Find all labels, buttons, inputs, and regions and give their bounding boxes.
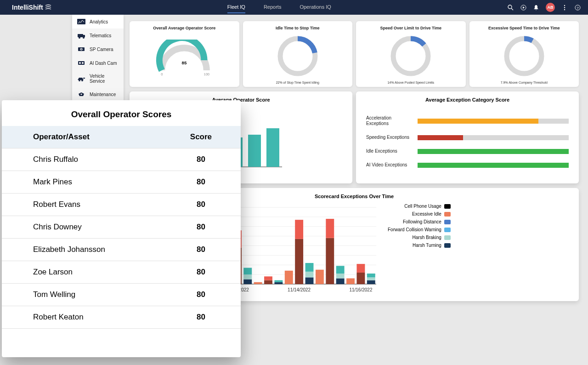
svg-point-0 — [508, 5, 512, 9]
table-row[interactable]: Chris Ruffalo80 — [2, 148, 241, 171]
table-row[interactable]: Mark Pines80 — [2, 171, 241, 194]
svg-rect-44 — [248, 135, 261, 167]
sidebar-icon — [77, 91, 86, 97]
exception-bar — [418, 149, 569, 154]
brand-logo: IntelliShift — [12, 4, 51, 11]
more-vertical-icon[interactable] — [561, 4, 568, 11]
svg-rect-95 — [336, 278, 345, 284]
sidebar-item-label: Maintenance — [90, 92, 116, 97]
exception-label: Speeding Exceptions — [366, 135, 412, 140]
exception-bar — [418, 163, 569, 168]
svg-line-1 — [511, 8, 513, 10]
svg-rect-45 — [266, 128, 279, 167]
gauge-footer: 14% Above Posted Speed Limits — [387, 81, 434, 84]
popup-title: Overall Operator Scores — [2, 100, 241, 126]
sidebar-item-telematics[interactable]: Telematics — [72, 29, 124, 42]
svg-text:100: 100 — [204, 72, 210, 76]
svg-rect-84 — [274, 282, 283, 284]
search-icon[interactable] — [507, 4, 514, 11]
chart-title: Average Exception Category Score — [362, 97, 573, 103]
sidebar-item-label: AI Dash Cam — [90, 61, 117, 66]
svg-rect-87 — [295, 239, 303, 284]
table-row[interactable]: Elizabeth Johansson80 — [2, 239, 241, 261]
sidebar-item-maintenance[interactable]: Maintenance — [72, 87, 124, 101]
svg-rect-99 — [356, 273, 365, 284]
bell-icon[interactable] — [533, 4, 539, 11]
table-row[interactable]: Chris Downey80 — [2, 216, 241, 239]
sidebar-item-sp-camera[interactable]: SP Camera — [72, 42, 124, 56]
svg-rect-89 — [305, 277, 314, 284]
top-navbar: IntelliShift Fleet IQ Reports Operations… — [0, 0, 588, 15]
gauge-card-3: Excessive Speed Time to Drive Time 7.9% … — [469, 21, 579, 87]
help-icon[interactable]: ? — [574, 4, 581, 11]
svg-rect-91 — [305, 263, 314, 272]
cell-score: 80 — [161, 194, 241, 216]
sidebar-item-vehicle-service[interactable]: Vehicle Service — [72, 70, 124, 87]
svg-rect-103 — [367, 274, 375, 277]
gauge-footer: 7.9% Above Company Threshold — [501, 81, 548, 84]
cell-operator: Elizabeth Johansson — [2, 239, 161, 261]
legend-item: Cell Phone Usage — [388, 204, 451, 209]
gauge-chart — [247, 33, 349, 79]
legend-item: Harsh Turning — [388, 243, 451, 248]
card-avg-exception-score: Average Exception Category Score Acceler… — [356, 91, 579, 183]
svg-rect-102 — [367, 277, 375, 280]
cell-operator: Mark Pines — [2, 171, 161, 194]
cell-operator: Chris Ruffalo — [2, 148, 161, 171]
svg-text:85: 85 — [182, 60, 187, 65]
nav-tab-fleet-iq[interactable]: Fleet IQ — [227, 1, 245, 13]
cell-operator: Robert Evans — [2, 194, 161, 216]
play-icon[interactable] — [520, 4, 526, 11]
sidebar-icon — [77, 18, 86, 25]
nav-tab-operations-iq[interactable]: Operations IQ — [300, 1, 331, 13]
sidebar-item-ai-dash-cam[interactable]: AI Dash Cam — [72, 56, 124, 70]
svg-rect-94 — [326, 219, 334, 238]
svg-point-3 — [564, 5, 565, 6]
svg-point-15 — [81, 49, 82, 50]
cell-operator: Chris Downey — [2, 216, 161, 239]
legend-swatch — [444, 235, 451, 240]
gauge-title: Speed Over Limit to Drive Time — [380, 26, 441, 30]
svg-rect-79 — [243, 274, 252, 279]
gauge-title: Overall Average Operator Score — [153, 26, 215, 30]
svg-rect-93 — [326, 238, 334, 284]
table-row[interactable]: Tom Welling80 — [2, 284, 241, 306]
svg-point-29 — [507, 39, 542, 74]
svg-point-11 — [79, 37, 80, 39]
gauge-title: Idle Time to Stop Time — [276, 26, 320, 30]
avatar[interactable]: AB — [546, 3, 555, 12]
table-row[interactable]: Robert Evans80 — [2, 194, 241, 216]
table-row[interactable]: Zoe Larson80 — [2, 261, 241, 284]
exception-row: Speeding Exceptions — [366, 135, 569, 140]
cell-operator: Tom Welling — [2, 284, 161, 306]
sidebar-icon — [77, 46, 86, 52]
svg-rect-9 — [78, 34, 83, 37]
table-row[interactable]: Robert Keaton80 — [2, 306, 241, 329]
svg-rect-98 — [346, 278, 355, 284]
legend-swatch — [444, 243, 451, 248]
sidebar-item-analytics[interactable]: Analytics — [72, 15, 124, 29]
cell-score: 80 — [161, 261, 241, 284]
gauge-chart — [473, 33, 576, 79]
exception-bar — [418, 135, 569, 140]
overall-operator-scores-popup: Overall Operator Scores Operator/Asset S… — [2, 100, 241, 357]
legend-item: Harsh Braking — [388, 235, 451, 240]
gauge-footer: 22% of Stop Time Spent Idling — [276, 81, 319, 84]
col-score: Score — [161, 126, 241, 148]
operator-scores-table: Operator/Asset Score Chris Ruffalo80Mark… — [2, 126, 241, 342]
legend-label: Harsh Turning — [413, 243, 441, 248]
svg-rect-86 — [285, 271, 293, 284]
svg-point-12 — [83, 37, 85, 39]
nav-right: AB ? — [507, 3, 581, 12]
svg-rect-90 — [305, 272, 314, 278]
legend-label: Forward Collision Warning — [388, 227, 441, 232]
exception-row: AI Video Exceptions — [366, 162, 569, 168]
gauge-chart — [360, 33, 462, 79]
svg-point-17 — [79, 62, 81, 64]
nav-tab-reports[interactable]: Reports — [264, 1, 282, 13]
exception-label: Acceleration Exceptions — [366, 115, 412, 126]
sidebar: AnalyticsTelematicsSP CameraAI Dash CamV… — [72, 15, 124, 101]
legend-item: Forward Collision Warning — [388, 227, 451, 232]
svg-point-5 — [564, 9, 565, 10]
legend-item: Excessive Idle — [388, 211, 451, 217]
